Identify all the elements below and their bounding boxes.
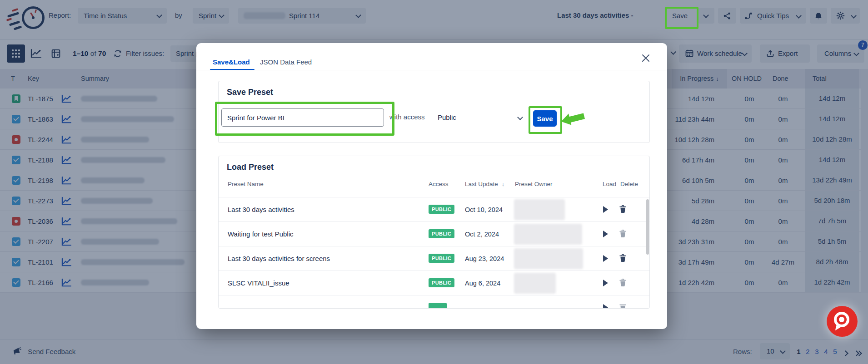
access-badge: PUBLIC (429, 254, 454, 263)
preset-name: Last 30 days activities for screens (228, 246, 330, 271)
play-icon (602, 279, 609, 287)
preset-row: Last 30 days activities PUBLIC Oct 10, 2… (219, 197, 649, 221)
blurred-owner (514, 273, 556, 294)
play-icon (602, 254, 609, 263)
access-badge: PUBLIC (429, 205, 454, 214)
delete-preset-button[interactable] (619, 278, 627, 287)
trash-icon (619, 254, 627, 262)
close-icon (640, 52, 652, 64)
last-update-date: Oct 10, 2024 (465, 197, 503, 222)
last-update-date: Aug 6, 2024 (465, 271, 500, 295)
preset-row: Last 30 days activities for screens PUBL… (219, 246, 649, 271)
access-badge: PUBLIC (429, 229, 454, 238)
column-header-load: Load (603, 181, 616, 187)
last-update-date: Aug 23, 2024 (465, 246, 504, 271)
save-preset-title: Save Preset (227, 88, 273, 97)
tab-save-load[interactable]: Save&Load (213, 58, 250, 66)
trash-icon (619, 229, 627, 238)
with-access-label: with access (389, 113, 425, 121)
access-select[interactable]: Public (438, 109, 529, 126)
tab-divider (196, 70, 667, 70)
preset-name: Waiting for test Public (228, 222, 294, 246)
column-header-last-update[interactable]: Last Update (465, 181, 504, 187)
play-icon (602, 303, 609, 309)
chevron-down-icon (517, 114, 523, 120)
support-chat-widget[interactable] (827, 306, 858, 337)
delete-preset-button[interactable] (619, 254, 627, 263)
play-icon (602, 205, 609, 214)
load-preset-card: Load Preset Preset Name Access Last Upda… (218, 156, 650, 309)
last-update-date: Oct 2, 2024 (465, 222, 499, 246)
preset-row: Waiting for test Public PUBLIC Oct 2, 20… (219, 221, 649, 246)
preset-row: SLSC VITALII_issue PUBLIC Aug 6, 2024 (219, 271, 649, 295)
blurred-owner (514, 224, 582, 245)
preset-list-scrollbar[interactable] (646, 199, 649, 255)
delete-preset-button[interactable] (619, 229, 627, 238)
preset-name: Last 30 days activities (228, 197, 294, 222)
load-preset-play-button[interactable] (602, 254, 610, 263)
load-preset-play-button[interactable] (602, 205, 610, 214)
close-button[interactable] (640, 52, 652, 64)
tab-json-data-feed[interactable]: JSON Data Feed (260, 58, 312, 66)
annotation-box-preset-input (215, 102, 394, 136)
access-value: Public (438, 113, 456, 121)
column-header-access[interactable]: Access (429, 181, 449, 187)
delete-preset-button[interactable] (619, 303, 627, 309)
trash-icon (619, 205, 627, 213)
annotation-box-save-button (529, 106, 562, 134)
preset-row-partial (219, 295, 649, 309)
blurred-owner (514, 248, 583, 269)
app: Report: Time in Status by Sprint Sprint … (0, 0, 868, 364)
access-badge (429, 303, 447, 309)
save-load-modal: Save&Load JSON Data Feed Save Preset wit… (196, 43, 667, 329)
trash-icon (619, 303, 627, 309)
column-header-preset-owner[interactable]: Preset Owner (515, 181, 553, 187)
load-preset-play-button[interactable] (602, 230, 610, 239)
preset-list: Last 30 days activities PUBLIC Oct 10, 2… (219, 197, 649, 295)
column-header-preset-name[interactable]: Preset Name (228, 181, 264, 187)
play-icon (602, 230, 609, 238)
column-header-delete: Delete (620, 181, 638, 187)
load-preset-play-button[interactable] (602, 303, 610, 309)
delete-preset-button[interactable] (619, 205, 627, 214)
blurred-owner (514, 199, 565, 220)
access-badge: PUBLIC (429, 278, 454, 287)
annotation-box-header-save (665, 7, 698, 29)
preset-name: SLSC VITALII_issue (228, 271, 289, 295)
load-preset-play-button[interactable] (602, 279, 610, 288)
trash-icon (619, 278, 627, 287)
load-preset-title: Load Preset (227, 162, 274, 172)
